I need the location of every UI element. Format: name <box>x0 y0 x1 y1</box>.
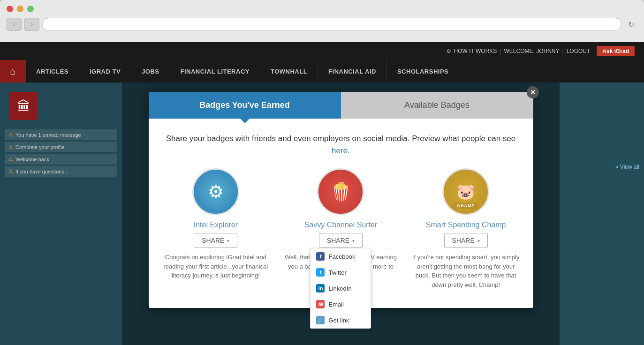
nav-igrad-tv[interactable]: iGRAD TV <box>79 60 131 82</box>
mac-titlebar <box>0 0 644 18</box>
mac-nav: ‹ › ↻ <box>0 18 644 35</box>
alert-text-3: Welcome back! <box>15 157 51 162</box>
modal-overlay[interactable]: ✕ Badges You've Earned Available Badges … <box>122 82 560 345</box>
gear-icon: ⚙ <box>447 48 451 54</box>
back-button[interactable]: ‹ <box>7 18 22 31</box>
share-text-main: Share your badges with friends and even … <box>166 134 516 143</box>
alert-icon-4: ⚠ <box>8 168 13 174</box>
badge-name-smart-spending-champ: Smart Spending Champ <box>426 221 506 229</box>
top-bar: ⚙ HOW IT WORKS | WELCOME, JOHNNY | LOGOU… <box>0 42 644 60</box>
minimize-button[interactable] <box>17 6 23 12</box>
sidebar-logo: 🏛 <box>5 87 117 125</box>
badge-intel-explorer: ⚙ Intel Explorer SHARE ▾ Congrats on ex <box>159 168 272 289</box>
sidebar: 🏛 ⚠ You have 1 unread message ⚠ Complete… <box>0 82 122 345</box>
alert-icon-1: ⚠ <box>8 132 13 138</box>
piggy-bank-icon: 🐷 <box>456 183 475 201</box>
sep2: | <box>562 48 564 54</box>
mac-chrome: ‹ › ↻ <box>0 0 644 42</box>
modal-dialog: ✕ Badges You've Earned Available Badges … <box>149 92 533 308</box>
badge-smart-spending-champ: 🐷 CHAMP Smart Spending Champ SHARE ▾ <box>409 168 522 289</box>
home-nav-button[interactable]: ⌂ <box>0 60 26 82</box>
email-label: Email <box>328 301 344 308</box>
share-btn-wrapper-3: SHARE ▾ <box>444 233 488 248</box>
get-link-label: Get link <box>328 317 349 324</box>
modal-body: Share your badges with friends and even … <box>149 119 533 308</box>
nav-townhall[interactable]: TOWNHALL <box>260 60 318 82</box>
chevron-down-icon: ▾ <box>227 238 229 243</box>
website: ⚙ HOW IT WORKS | WELCOME, JOHNNY | LOGOU… <box>0 42 644 345</box>
alert-icon-3: ⚠ <box>8 156 13 162</box>
sidebar-alert-4: ⚠ If you have questions... <box>5 166 117 177</box>
badge-icon-intel-explorer: ⚙ <box>192 168 239 215</box>
link-icon: 🔗 <box>316 316 325 324</box>
alert-text-1: You have 1 unread message <box>15 132 81 138</box>
badge-name-savvy-channel-surfer: Savvy Channel Surfer <box>304 221 378 229</box>
share-button-savvy-channel-surfer[interactable]: SHARE ▾ <box>319 233 363 248</box>
sidebar-alert-3: ⚠ Welcome back! <box>5 154 117 165</box>
right-sidebar: » View all <box>560 82 644 345</box>
alert-text-4: If you have questions... <box>15 169 68 174</box>
logo-icon: 🏛 <box>9 92 38 120</box>
dropdown-email[interactable]: ✉ Email <box>311 296 371 312</box>
view-all-link[interactable]: » View all <box>615 164 639 170</box>
dropdown-facebook[interactable]: f Facebook <box>311 248 371 264</box>
alert-icon-2: ⚠ <box>8 144 13 150</box>
linkedin-icon: in <box>316 284 325 292</box>
sidebar-alert-1: ⚠ You have 1 unread message <box>5 129 117 140</box>
twitter-label: Twitter <box>328 269 346 276</box>
share-button-smart-spending-champ[interactable]: SHARE ▾ <box>444 233 488 248</box>
main-nav: ⌂ ARTICLES iGRAD TV JOBS FINANCIAL LITER… <box>0 60 644 82</box>
logout-link[interactable]: LOGOUT <box>567 48 591 54</box>
badge-savvy-channel-surfer: 🍿 Savvy Channel Surfer SHARE ▾ <box>284 168 397 289</box>
nav-financial-literacy[interactable]: FINANCIAL LITERACY <box>170 60 260 82</box>
share-button-intel-explorer[interactable]: SHARE ▾ <box>194 233 237 248</box>
maximize-button[interactable] <box>27 6 34 12</box>
champ-label: CHAMP <box>454 202 477 209</box>
dropdown-twitter[interactable]: t Twitter <box>311 264 371 280</box>
ask-igrad-button[interactable]: Ask iGrad <box>597 46 635 56</box>
url-bar[interactable] <box>42 18 621 31</box>
sidebar-alert-2: ⚠ Complete your profile <box>5 142 117 152</box>
twitter-icon: t <box>316 268 325 277</box>
tab-available[interactable]: Available Badges <box>341 92 533 119</box>
share-dropdown: f Facebook t Twitter in <box>310 248 371 329</box>
share-description: Share your badges with friends and even … <box>158 133 524 157</box>
badge-icon-savvy-channel-surfer: 🍿 <box>317 168 364 215</box>
nav-financial-aid[interactable]: FINANCIAL AID <box>318 60 387 82</box>
dropdown-linkedin[interactable]: in LinkedIn <box>311 280 371 296</box>
badge-desc-smart-spending-champ: If you're not spending smart, you simply… <box>409 253 522 289</box>
welcome-text: WELCOME, JOHNNY <box>504 48 559 54</box>
refresh-button[interactable]: ↻ <box>624 18 637 31</box>
home-icon: ⌂ <box>10 66 15 77</box>
main-content: ✕ Badges You've Earned Available Badges … <box>122 82 560 345</box>
dropdown-get-link[interactable]: 🔗 Get link <box>311 312 371 328</box>
badge-desc-intel-explorer: Congrats on exploring iGrad Intel and re… <box>159 253 272 280</box>
email-icon: ✉ <box>316 300 325 308</box>
badges-grid: ⚙ Intel Explorer SHARE ▾ Congrats on ex <box>158 168 524 289</box>
linkedin-label: LinkedIn <box>328 285 351 292</box>
how-it-works-link[interactable]: HOW IT WORKS <box>454 48 497 54</box>
share-btn-wrapper-1: SHARE ▾ <box>194 233 237 248</box>
forward-button[interactable]: › <box>24 18 39 31</box>
close-button[interactable] <box>7 6 13 12</box>
facebook-icon: f <box>316 252 325 261</box>
chevron-down-icon-3: ▾ <box>477 238 480 243</box>
alert-text-2: Complete your profile <box>15 144 65 150</box>
content-area: 🏛 ⚠ You have 1 unread message ⚠ Complete… <box>0 82 644 345</box>
here-link[interactable]: here <box>332 146 348 155</box>
chevron-down-icon-2: ▾ <box>352 238 355 243</box>
badge-name-intel-explorer: Intel Explorer <box>194 221 238 229</box>
facebook-label: Facebook <box>328 253 355 260</box>
popcorn-icon: 🍿 <box>330 181 352 202</box>
sep1: | <box>500 48 501 54</box>
nav-jobs[interactable]: JOBS <box>131 60 170 82</box>
helm-icon: ⚙ <box>208 181 224 202</box>
nav-scholarships[interactable]: SCHOLARSHIPS <box>387 60 459 82</box>
tab-earned[interactable]: Badges You've Earned <box>149 92 341 119</box>
share-btn-wrapper-2: SHARE ▾ f Facebook <box>319 233 363 248</box>
badge-icon-smart-spending-champ: 🐷 CHAMP <box>442 168 489 215</box>
modal-close-button[interactable]: ✕ <box>527 86 539 98</box>
nav-articles[interactable]: ARTICLES <box>26 60 79 82</box>
modal-tabs: Badges You've Earned Available Badges <box>149 92 533 119</box>
